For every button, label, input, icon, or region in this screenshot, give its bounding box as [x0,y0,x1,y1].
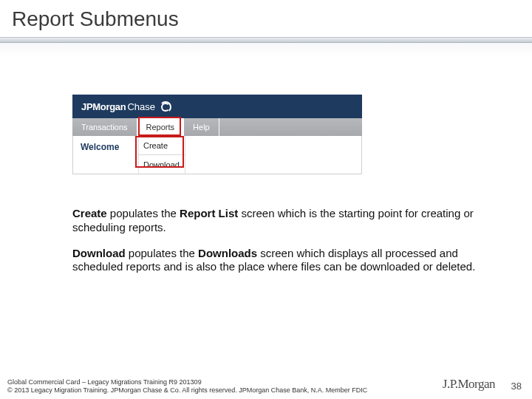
menu-item-create[interactable]: Create [139,136,185,155]
page-title: Report Submenus [12,7,520,31]
paragraph-download: Download populates the Downloads screen … [72,247,486,275]
reports-dropdown: Create Download [139,136,185,174]
title-band [0,43,532,56]
bold-create: Create [72,207,110,219]
text: populates the [129,247,198,259]
app-screenshot: JPMorganChase Transactions Reports Help … [72,95,362,174]
welcome-label: Welcome [73,136,139,174]
title-underline [0,37,532,43]
tab-help[interactable]: Help [184,118,219,136]
text: populates the [110,207,180,219]
brand-text-plain: Chase [127,101,155,112]
paragraph-create: Create populates the Report List screen … [72,207,486,235]
brand-text-bold: JPMorgan [81,101,126,112]
tab-bar: Transactions Reports Help [72,118,362,136]
tab-reports[interactable]: Reports [137,118,185,136]
bold-downloads: Downloads [198,247,260,259]
tab-transactions[interactable]: Transactions [72,118,137,136]
page-number: 38 [511,381,522,392]
bold-download: Download [72,247,129,259]
bold-report-list: Report List [180,207,241,219]
footer-text: Global Commercial Card – Legacy Migratio… [7,378,367,395]
menu-item-download[interactable]: Download [139,155,185,174]
footer-line-2: © 2013 Legacy Migration Training. JPMorg… [7,386,367,395]
app-brand-bar: JPMorganChase [72,95,362,118]
brand-swirl-icon [160,100,171,112]
footer-line-1: Global Commercial Card – Legacy Migratio… [7,378,367,386]
footer-logo: J.P.Morgan [443,377,495,392]
body-copy: Create populates the Report List screen … [72,207,486,286]
submenu-area: Welcome Create Download [72,136,362,174]
